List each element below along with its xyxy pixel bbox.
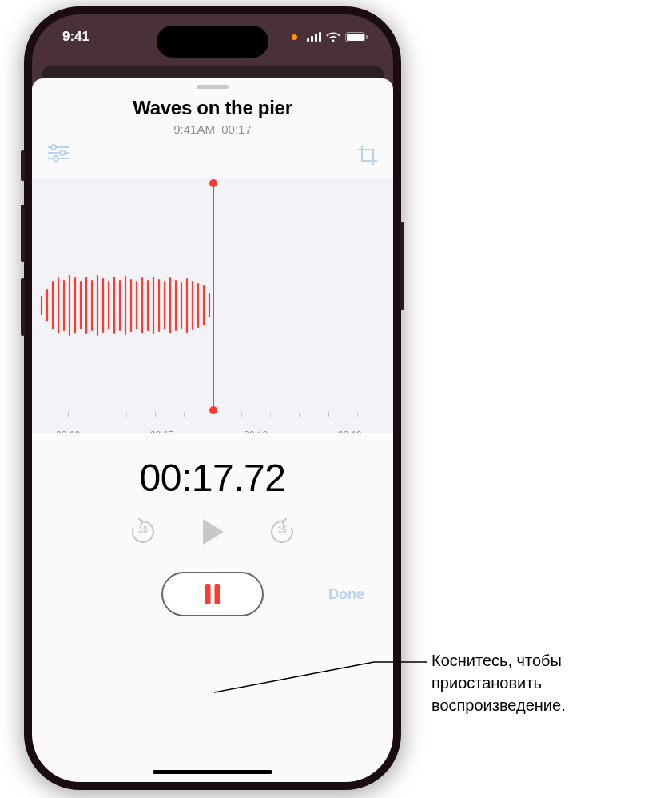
svg-rect-41 xyxy=(215,584,221,604)
svg-point-8 xyxy=(54,156,58,161)
pause-button[interactable] xyxy=(161,572,264,616)
status-icons xyxy=(292,32,368,42)
phone-frame: 9:41 Waves on the pier 9:41AM xyxy=(24,6,401,790)
tool-row xyxy=(32,141,393,173)
svg-rect-1 xyxy=(347,34,364,41)
home-indicator[interactable] xyxy=(153,770,272,774)
side-button-silence xyxy=(21,150,25,181)
done-button[interactable]: Done xyxy=(328,586,364,603)
recording-time: 9:41AM xyxy=(173,122,215,136)
skip-back-label: 15 xyxy=(129,525,157,534)
svg-point-6 xyxy=(60,150,65,155)
recording-title: Waves on the pier xyxy=(32,97,393,119)
sheet-grabber[interactable] xyxy=(197,85,229,89)
tick-label: 00:17 xyxy=(150,429,174,433)
battery-icon xyxy=(345,32,368,42)
privacy-indicator-icon xyxy=(292,34,297,40)
crop-icon[interactable] xyxy=(356,144,379,170)
svg-rect-2 xyxy=(366,35,368,39)
skip-fwd-label: 15 xyxy=(268,525,296,534)
cellular-signal-icon xyxy=(307,32,321,42)
side-button-volume-down xyxy=(21,278,25,336)
recording-duration: 00:17 xyxy=(221,122,252,136)
tick-label: 00:18 xyxy=(244,429,268,433)
screen: 9:41 Waves on the pier 9:41AM xyxy=(32,14,393,782)
recording-sheet: Waves on the pier 9:41AM 00:17 xyxy=(32,78,393,782)
status-time: 9:41 xyxy=(62,29,89,45)
play-button[interactable] xyxy=(200,517,225,549)
bottom-row: Done xyxy=(32,572,393,616)
svg-point-4 xyxy=(51,145,56,150)
tick-label: 00:19 xyxy=(338,429,362,433)
pause-icon xyxy=(204,584,221,604)
side-button-power xyxy=(400,222,404,310)
dynamic-island xyxy=(157,26,268,58)
skip-forward-15-button[interactable]: 15 xyxy=(268,518,296,549)
svg-rect-40 xyxy=(205,584,211,604)
callout-text: Коснитесь, чтобы приостановить воспроизв… xyxy=(431,649,655,716)
settings-sliders-icon[interactable] xyxy=(46,144,70,165)
skip-back-15-button[interactable]: 15 xyxy=(129,518,157,549)
playback-controls: 15 15 xyxy=(32,517,393,549)
recording-subtitle: 9:41AM 00:17 xyxy=(32,122,393,136)
wifi-icon xyxy=(326,32,340,42)
side-button-volume-up xyxy=(21,205,25,262)
current-time-display: 00:17.72 xyxy=(32,456,393,500)
title-block: Waves on the pier 9:41AM 00:17 xyxy=(32,97,393,136)
playhead[interactable] xyxy=(213,183,214,410)
tick-marks xyxy=(32,410,393,417)
waveform-area[interactable]: 00:16 00:17 00:18 00:19 xyxy=(32,178,393,433)
tick-label: 00:16 xyxy=(56,429,80,433)
